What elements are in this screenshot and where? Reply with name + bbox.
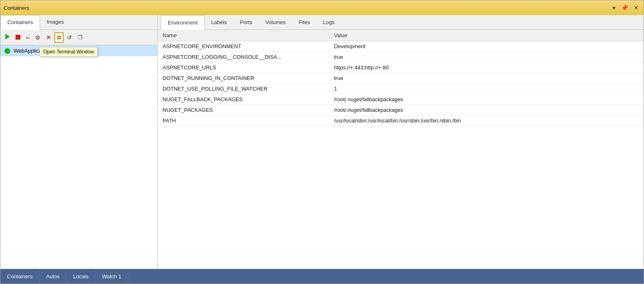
table-row: NUGET_FALLBACK_PACKAGES/root/.nuget/fall…	[158, 94, 644, 105]
play-button[interactable]	[3, 32, 12, 42]
tab-logs[interactable]: Logs	[316, 15, 341, 29]
pin-button[interactable]: 📌	[619, 4, 630, 12]
right-tabs-row: Environment Labels Ports Volumes Files L…	[158, 15, 644, 30]
env-name-cell: DOTNET_RUNNING_IN_CONTAINER	[158, 73, 329, 84]
copy2-icon: ❐	[78, 34, 82, 40]
copy-button[interactable]: ⧉	[54, 32, 64, 43]
delete-button[interactable]: ✕	[44, 33, 53, 42]
gear-icon: ⚙	[35, 34, 40, 41]
window-title: Containers	[4, 5, 29, 11]
env-value-cell: 1	[329, 84, 644, 94]
status-bar: Containers Autos Locals Watch 1	[0, 269, 644, 284]
env-value-cell: Development	[329, 41, 644, 52]
right-panel: Environment Labels Ports Volumes Files L…	[158, 15, 644, 269]
col-value-header: Value	[329, 30, 644, 41]
env-table: Name Value ASPNETCORE_ENVIRONMENTDevelop…	[158, 30, 644, 269]
table-row: NUGET_PACKAGES/root/.nuget/fallbackpacka…	[158, 105, 644, 115]
env-value-cell: true	[329, 73, 644, 84]
tab-volumes[interactable]: Volumes	[259, 15, 292, 29]
title-bar-controls: ▾ 📌 ✕	[611, 4, 640, 12]
table-row: ASPNETCORE_LOGGING__CONSOLE__DISA...true	[158, 52, 644, 62]
refresh-button[interactable]: ↺	[65, 33, 74, 42]
status-tab-locals[interactable]: Locals	[67, 269, 96, 284]
env-value-cell: /root/.nuget/fallbackpackages	[329, 94, 644, 105]
tab-labels[interactable]: Labels	[205, 15, 233, 29]
gear-button[interactable]: ⚙	[33, 33, 43, 42]
container-list: WebApplication-Docker	[0, 45, 157, 269]
tab-ports[interactable]: Ports	[233, 15, 258, 29]
tab-files[interactable]: Files	[292, 15, 316, 29]
stop-button[interactable]	[13, 33, 23, 42]
col-name-header: Name	[158, 30, 329, 41]
env-value-cell: https://+:443;http://+:80	[329, 62, 644, 73]
refresh-icon: ↺	[67, 34, 72, 41]
environment-table: Name Value ASPNETCORE_ENVIRONMENTDevelop…	[158, 30, 644, 126]
status-tab-autos[interactable]: Autos	[40, 269, 67, 284]
terminal-icon: ▭	[26, 34, 29, 40]
status-tab-containers[interactable]: Containers	[0, 269, 40, 284]
env-name-cell: DOTNET_USE_POLLING_FILE_WATCHER	[158, 84, 329, 94]
stop-icon	[16, 34, 20, 41]
tab-containers[interactable]: Containers	[0, 15, 40, 30]
table-row: ASPNETCORE_URLShttps://+:443;http://+:80	[158, 62, 644, 73]
close-button[interactable]: ✕	[632, 4, 640, 12]
terminal-button[interactable]: ▭	[24, 33, 32, 42]
copy-icon: ⧉	[57, 34, 61, 41]
toolbar: ▭ ⚙ ✕ ⧉ ↺ ❐ Open Terminal Window	[0, 30, 157, 45]
copy2-button[interactable]: ❐	[75, 33, 85, 42]
table-row: DOTNET_USE_POLLING_FILE_WATCHER1	[158, 84, 644, 94]
env-name-cell: ASPNETCORE_URLS	[158, 62, 329, 73]
status-tab-watch1[interactable]: Watch 1	[96, 269, 128, 284]
status-dot	[4, 48, 10, 54]
env-name-cell: PATH	[158, 115, 329, 126]
env-value-cell: /usr/local/sbin:/usr/local/bin:/usr/sbin…	[329, 115, 644, 126]
tab-environment[interactable]: Environment	[161, 15, 205, 30]
env-value-cell: /root/.nuget/fallbackpackages	[329, 105, 644, 115]
table-row: ASPNETCORE_ENVIRONMENTDevelopment	[158, 41, 644, 52]
env-name-cell: NUGET_PACKAGES	[158, 105, 329, 115]
env-value-cell: true	[329, 52, 644, 62]
table-row: PATH/usr/local/sbin:/usr/local/bin:/usr/…	[158, 115, 644, 126]
play-icon	[5, 34, 10, 41]
env-name-cell: ASPNETCORE_LOGGING__CONSOLE__DISA...	[158, 52, 329, 62]
delete-icon: ✕	[46, 34, 51, 41]
toolbar-tooltip: Open Terminal Window	[40, 47, 98, 57]
env-name-cell: NUGET_FALLBACK_PACKAGES	[158, 94, 329, 105]
minimize-button[interactable]: ▾	[611, 4, 617, 12]
main-window: Containers ▾ 📌 ✕ Containers Images	[0, 0, 644, 284]
left-tabs-row: Containers Images	[0, 15, 157, 30]
env-name-cell: ASPNETCORE_ENVIRONMENT	[158, 41, 329, 52]
main-area: Containers Images ▭ ⚙ ✕	[0, 15, 644, 269]
tab-images[interactable]: Images	[40, 15, 71, 29]
table-header-row: Name Value	[158, 30, 644, 41]
table-row: DOTNET_RUNNING_IN_CONTAINERtrue	[158, 73, 644, 84]
left-panel: Containers Images ▭ ⚙ ✕	[0, 15, 158, 269]
title-bar: Containers ▾ 📌 ✕	[0, 0, 644, 15]
